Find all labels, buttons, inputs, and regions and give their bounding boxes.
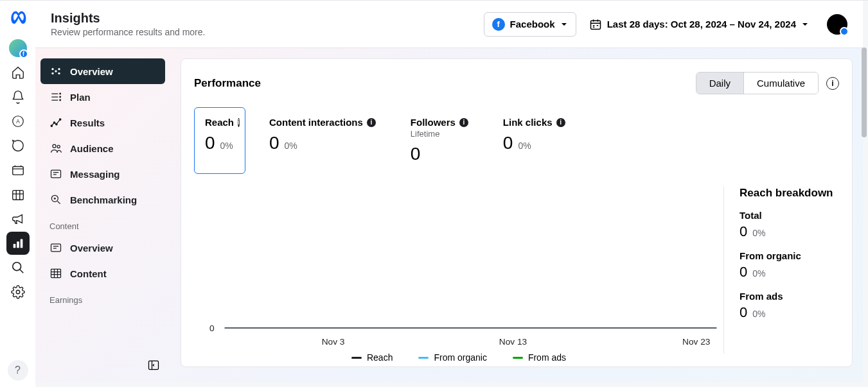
breakdown-organic: From organic 00%: [740, 250, 839, 280]
content-area: Performance Daily Cumulative i Reachi 00…: [170, 48, 863, 382]
svg-point-17: [60, 99, 61, 101]
svg-point-16: [60, 96, 61, 98]
svg-point-11: [51, 68, 53, 70]
rail-ads-megaphone[interactable]: [6, 207, 30, 230]
rail-home[interactable]: [6, 61, 30, 84]
breakdown-total: Total 00%: [740, 210, 839, 240]
svg-point-15: [60, 93, 61, 94]
rail-help[interactable]: ?: [8, 360, 28, 381]
view-daily-button[interactable]: Daily: [696, 73, 743, 94]
panel-title: Performance: [194, 77, 688, 90]
rail-ads[interactable]: A: [6, 110, 30, 133]
sidebar-item-overview[interactable]: Overview: [40, 58, 165, 84]
svg-point-12: [58, 68, 60, 70]
metric-link-clicks[interactable]: Link clicksi 00%: [492, 107, 576, 174]
rail-search[interactable]: [6, 256, 30, 279]
performance-panel: Performance Daily Cumulative i Reachi 00…: [181, 58, 853, 367]
svg-point-7: [12, 262, 21, 271]
svg-text:Nov 3: Nov 3: [322, 337, 345, 347]
view-cumulative-button[interactable]: Cumulative: [743, 73, 818, 94]
svg-rect-6: [20, 239, 22, 248]
rail-settings[interactable]: [6, 280, 30, 304]
sidebar-section-content: Content: [40, 212, 165, 235]
date-range-label: Last 28 days: Oct 28, 2024 – Nov 24, 202…: [607, 19, 796, 30]
legend-reach: Reach: [351, 352, 393, 363]
svg-point-14: [58, 73, 60, 74]
legend-ads: From ads: [513, 352, 566, 363]
chevron-down-icon: [560, 21, 568, 28]
svg-text:A: A: [16, 119, 20, 125]
page-subtitle: Review performance results and more.: [51, 27, 474, 37]
calendar-icon: [589, 18, 602, 31]
rail-planner[interactable]: [6, 183, 30, 206]
sidebar-label: Audience: [70, 143, 114, 154]
sidebar-item-content[interactable]: Content: [40, 261, 165, 286]
content-overview-icon: [49, 241, 62, 254]
sidebar-item-audience[interactable]: Audience: [40, 135, 165, 161]
audience-icon: [49, 142, 62, 155]
overview-icon: [49, 65, 62, 78]
global-nav-rail: A ?: [0, 1, 35, 387]
svg-text:0: 0: [209, 323, 215, 333]
info-icon[interactable]: i: [367, 118, 376, 127]
page-title: Insights: [51, 11, 474, 26]
sidebar-item-benchmarking[interactable]: Benchmarking: [40, 187, 165, 212]
sidebar-label: Overview: [70, 66, 113, 77]
facebook-icon: f: [492, 18, 505, 31]
meta-logo[interactable]: [6, 7, 30, 30]
svg-text:Nov 23: Nov 23: [682, 337, 710, 347]
svg-rect-2: [12, 167, 23, 175]
sidebar-item-messaging[interactable]: Messaging: [40, 161, 165, 187]
metric-content-interactions[interactable]: Content interactionsi 00%: [258, 107, 387, 174]
account-avatar-icon: [9, 39, 27, 57]
metric-cards: Reachi 00% Content interactionsi 00% Fol…: [194, 107, 839, 174]
date-range-selector[interactable]: Last 28 days: Oct 28, 2024 – Nov 24, 202…: [587, 13, 811, 36]
svg-rect-5: [17, 241, 19, 248]
insights-sidebar: Overview Plan Results Audience Messaging: [35, 48, 170, 382]
messaging-icon: [49, 168, 62, 180]
breakdown-title: Reach breakdown: [740, 187, 839, 200]
sidebar-section-earnings: Earnings: [40, 286, 165, 309]
scrollbar[interactable]: [862, 47, 867, 387]
metric-followers[interactable]: Followersi Lifetime 0: [400, 107, 479, 174]
collapse-icon: [147, 359, 160, 372]
reach-chart: 0 Nov 3 Nov 13 Nov 23 Reach From organic: [194, 187, 723, 354]
info-icon[interactable]: i: [556, 118, 565, 127]
svg-rect-24: [51, 170, 61, 178]
topbar: Insights Review performance results and …: [35, 1, 863, 48]
platform-selector[interactable]: f Facebook: [484, 12, 576, 37]
sidebar-item-results[interactable]: Results: [40, 110, 165, 135]
rail-content[interactable]: [6, 159, 30, 182]
platform-label: Facebook: [510, 19, 555, 30]
sidebar-label: Results: [70, 117, 105, 128]
rail-insights[interactable]: [6, 232, 30, 255]
svg-point-18: [51, 125, 53, 127]
svg-point-10: [55, 70, 57, 72]
rail-account[interactable]: [6, 37, 30, 60]
sidebar-item-plan[interactable]: Plan: [40, 84, 165, 110]
rail-inbox[interactable]: [6, 134, 30, 157]
sidebar-collapse-button[interactable]: [145, 356, 163, 374]
sidebar-label: Overview: [70, 243, 113, 254]
metric-reach[interactable]: Reachi 00%: [194, 107, 245, 174]
chevron-down-icon: [801, 21, 809, 28]
svg-rect-27: [51, 269, 61, 277]
sidebar-label: Benchmarking: [70, 194, 137, 205]
content-grid-icon: [49, 267, 62, 280]
svg-text:Nov 13: Nov 13: [499, 337, 527, 347]
svg-point-19: [53, 122, 55, 124]
rail-notifications[interactable]: [6, 85, 30, 108]
info-icon[interactable]: i: [238, 118, 240, 127]
facebook-badge-icon: [840, 27, 849, 36]
info-icon[interactable]: i: [459, 118, 468, 127]
svg-point-22: [53, 144, 56, 148]
svg-rect-26: [51, 244, 61, 252]
svg-point-8: [16, 290, 20, 294]
results-icon: [49, 116, 62, 129]
profile-avatar[interactable]: [827, 14, 847, 35]
reach-breakdown: Reach breakdown Total 00% From organic 0…: [723, 187, 839, 354]
panel-info-icon[interactable]: i: [826, 77, 839, 90]
svg-point-13: [51, 73, 53, 74]
sidebar-item-content-overview[interactable]: Overview: [40, 235, 165, 261]
sidebar-label: Plan: [70, 92, 91, 103]
